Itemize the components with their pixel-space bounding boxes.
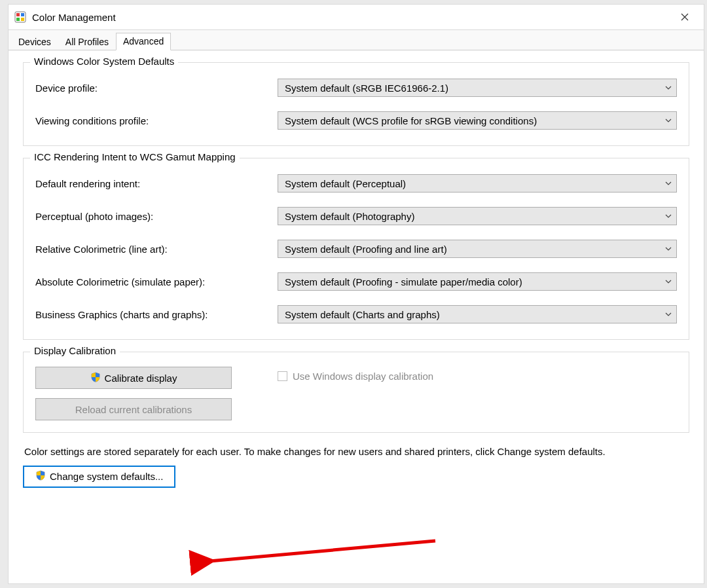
label-viewing-conditions: Viewing conditions profile: <box>35 115 278 126</box>
dropdown-device-profile-value: System default (sRGB IEC61966-2.1) <box>285 83 661 94</box>
calibration-row: Calibrate display Reload current calibra… <box>35 367 677 420</box>
label-absolute: Absolute Colorimetric (simulate paper): <box>35 276 278 287</box>
dropdown-perceptual-value: System default (Photography) <box>285 211 661 222</box>
tab-all-profiles[interactable]: All Profiles <box>58 33 116 50</box>
window-close-button[interactable] <box>670 5 700 29</box>
svg-rect-2 <box>21 13 24 16</box>
calibrate-display-button[interactable]: Calibrate display <box>35 367 232 389</box>
chevron-down-icon <box>661 175 676 192</box>
label-business: Business Graphics (charts and graphs): <box>35 309 278 320</box>
color-management-window: Color Management Devices All Profiles Ad… <box>8 4 704 584</box>
group-display-calibration: Display Calibration <box>23 352 689 433</box>
row-business: Business Graphics (charts and graphs): S… <box>35 305 677 323</box>
label-device-profile: Device profile: <box>35 83 278 94</box>
group-icc-mapping: ICC Rendering Intent to WCS Gamut Mappin… <box>23 158 689 340</box>
svg-rect-3 <box>16 18 20 21</box>
chevron-down-icon <box>661 240 676 257</box>
dropdown-absolute-value: System default (Proofing - simulate pape… <box>285 276 661 287</box>
use-windows-calibration-row: Use Windows display calibration <box>278 371 433 382</box>
group-wcs-defaults: Windows Color System Defaults Device pro… <box>23 62 689 146</box>
change-system-defaults-label: Change system defaults... <box>50 471 163 482</box>
tab-devices[interactable]: Devices <box>11 33 58 50</box>
dropdown-default-intent[interactable]: System default (Perceptual) <box>278 174 677 193</box>
dropdown-business-value: System default (Charts and graphs) <box>285 309 661 320</box>
row-perceptual: Perceptual (photo images): System defaul… <box>35 207 677 225</box>
color-management-icon <box>14 10 27 24</box>
dropdown-device-profile[interactable]: System default (sRGB IEC61966-2.1) <box>278 79 677 97</box>
label-default-intent: Default rendering intent: <box>35 178 278 189</box>
row-default-intent: Default rendering intent: System default… <box>35 174 677 193</box>
tab-advanced[interactable]: Advanced <box>116 33 171 50</box>
calibrate-display-label: Calibrate display <box>105 373 177 384</box>
chevron-down-icon <box>661 273 676 290</box>
svg-rect-1 <box>16 13 20 16</box>
titlebar: Color Management <box>9 5 704 30</box>
dropdown-perceptual[interactable]: System default (Photography) <box>278 207 677 225</box>
dropdown-relative-value: System default (Proofing and line art) <box>285 244 661 255</box>
chevron-down-icon <box>661 112 676 129</box>
dropdown-relative[interactable]: System default (Proofing and line art) <box>278 240 677 258</box>
svg-rect-4 <box>21 18 24 21</box>
tab-strip: Devices All Profiles Advanced <box>9 30 704 50</box>
chevron-down-icon <box>661 208 676 225</box>
chevron-down-icon <box>661 306 676 323</box>
group-wcs-defaults-legend: Windows Color System Defaults <box>30 56 178 67</box>
footer-note: Color settings are stored separately for… <box>24 445 688 459</box>
reload-calibrations-label: Reload current calibrations <box>75 404 192 415</box>
close-icon <box>681 13 689 21</box>
reload-calibrations-button[interactable]: Reload current calibrations <box>35 398 232 420</box>
change-system-defaults-button[interactable]: Change system defaults... <box>23 466 175 488</box>
group-icc-mapping-legend: ICC Rendering Intent to WCS Gamut Mappin… <box>30 151 240 162</box>
row-relative: Relative Colorimetric (line art): System… <box>35 240 677 258</box>
row-viewing-conditions: Viewing conditions profile: System defau… <box>35 111 677 130</box>
dropdown-business[interactable]: System default (Charts and graphs) <box>278 305 677 323</box>
label-perceptual: Perceptual (photo images): <box>35 211 278 222</box>
use-windows-calibration-checkbox[interactable] <box>278 371 287 381</box>
dropdown-viewing-conditions[interactable]: System default (WCS profile for sRGB vie… <box>278 111 677 130</box>
label-relative: Relative Colorimetric (line art): <box>35 244 278 255</box>
tab-page-advanced: Windows Color System Defaults Device pro… <box>9 50 704 583</box>
window-title: Color Management <box>32 12 670 23</box>
group-display-calibration-legend: Display Calibration <box>30 345 120 356</box>
dropdown-viewing-conditions-value: System default (WCS profile for sRGB vie… <box>285 115 661 126</box>
chevron-down-icon <box>661 79 676 96</box>
uac-shield-icon <box>35 470 46 483</box>
row-absolute: Absolute Colorimetric (simulate paper): … <box>35 272 677 291</box>
dropdown-default-intent-value: System default (Perceptual) <box>285 178 661 189</box>
row-device-profile: Device profile: System default (sRGB IEC… <box>35 79 677 97</box>
use-windows-calibration-label: Use Windows display calibration <box>293 371 433 382</box>
dropdown-absolute[interactable]: System default (Proofing - simulate pape… <box>278 272 677 291</box>
uac-shield-icon <box>90 372 101 384</box>
